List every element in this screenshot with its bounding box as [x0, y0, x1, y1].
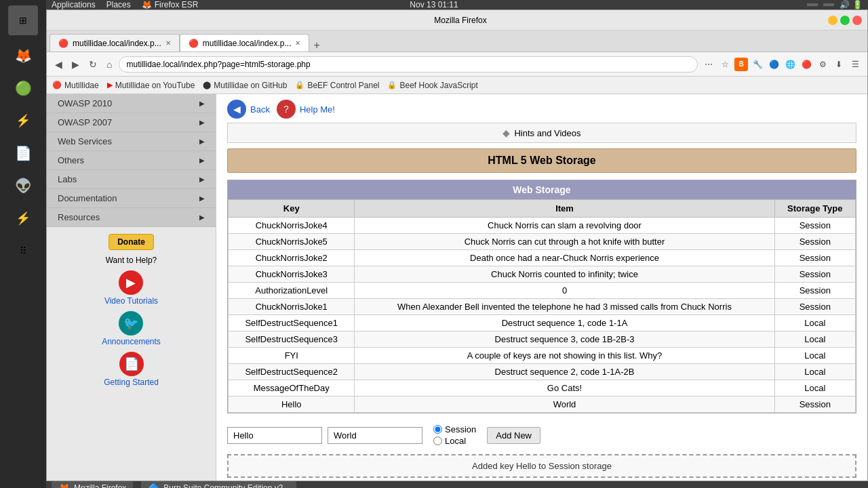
os-icon-alien[interactable]: 👽	[8, 171, 38, 201]
bookmark-favicon-4: 🔒	[295, 81, 304, 89]
maximize-button[interactable]	[840, 16, 850, 25]
cell-key: SelfDestructSequence1	[229, 315, 355, 331]
taskbar-firefox[interactable]: 🦊 Mozilla Firefox	[52, 481, 133, 488]
chevron-right-icon-7: ▶	[199, 214, 205, 221]
bookmarks-bar: 🔴 Mutillidae ▶ Mutillidae on YouTube ⬤ M…	[47, 77, 867, 94]
minimize-button[interactable]	[828, 16, 837, 25]
chevron-right-icon-3: ▶	[199, 138, 205, 145]
storage-table: Key Item Storage Type ChuckNorrisJoke4Ch…	[228, 199, 856, 413]
session-radio[interactable]	[433, 425, 442, 434]
add-value-input[interactable]	[328, 427, 422, 444]
os-window-btn-1[interactable]	[807, 3, 818, 6]
bookmark-mutillidae[interactable]: 🔴 Mutillidae	[52, 81, 99, 90]
top-buttons: ◀ Back ? Help Me!	[227, 100, 856, 119]
taskbar-firefox-icon: 🦊	[58, 483, 70, 488]
cell-type: Local	[774, 348, 855, 364]
os-icon-lightning2[interactable]: ⚡	[8, 203, 38, 233]
help-button[interactable]: ? Help Me!	[277, 100, 335, 119]
video-tutorials-link[interactable]: ▶ Video Tutorials	[104, 270, 158, 306]
bookmark-beefhook[interactable]: 🔒 Beef Hook JavaScript	[387, 81, 477, 90]
getting-started-link[interactable]: 📄 Getting Started	[104, 352, 159, 387]
os-icon-red[interactable]: 📄	[8, 138, 38, 168]
address-bar[interactable]	[119, 56, 698, 73]
os-icon-green[interactable]: 🟢	[8, 73, 38, 103]
add-new-button[interactable]: Add New	[487, 427, 540, 444]
cell-key: AuthorizationLevel	[229, 283, 355, 299]
bookmark-star-icon[interactable]: ☆	[718, 58, 732, 71]
table-row: ChuckNorrisJoke5Chuck Norris can cut thr…	[229, 234, 856, 250]
cell-type: Local	[774, 331, 855, 348]
cell-key: FYI	[229, 348, 355, 364]
download-icon[interactable]: ⬇	[832, 58, 846, 71]
burp-icon[interactable]: B	[734, 58, 748, 71]
os-icon-apps[interactable]: ⠿	[8, 236, 38, 266]
storage-table-wrapper: Web Storage Key Item Storage Type	[227, 180, 856, 413]
cell-item: Go Cats!	[355, 380, 774, 396]
cell-key: ChuckNorrisJoke3	[229, 266, 355, 283]
sidebar-item-resources[interactable]: Resources ▶	[47, 208, 216, 227]
extension-icon-1[interactable]: 🔧	[751, 58, 764, 71]
announcements-link[interactable]: 🐦 Announcements	[102, 311, 161, 346]
bookmark-github[interactable]: ⬤ Mutillidae on GitHub	[203, 81, 287, 90]
storage-table-title: Web Storage	[228, 180, 856, 199]
donate-button[interactable]: Donate	[108, 234, 154, 250]
tab-close-1[interactable]: ✕	[165, 39, 171, 47]
home-button[interactable]: ⌂	[104, 58, 115, 71]
table-row: MessageOfTheDayGo Cats!Local	[229, 380, 856, 396]
browser-content: OWASP 2010 ▶ OWASP 2007 ▶ Web Services ▶…	[47, 94, 867, 481]
os-icon-grid[interactable]: ⊞	[8, 5, 38, 35]
tab-close-2[interactable]: ✕	[295, 39, 300, 47]
os-menu-places[interactable]: Places	[106, 0, 131, 9]
cell-key: MessageOfTheDay	[229, 380, 355, 396]
reload-button[interactable]: ↻	[86, 58, 100, 71]
tab-1[interactable]: 🔴 mutillidae.local/index.p... ✕	[50, 34, 180, 52]
back-button[interactable]: ◀ Back	[227, 100, 270, 119]
os-window-btn-2[interactable]	[823, 3, 834, 6]
os-icon-lightning1[interactable]: ⚡	[8, 106, 38, 136]
add-key-input[interactable]	[227, 427, 322, 444]
hints-label: Hints and Videos	[514, 128, 580, 138]
settings-icon[interactable]: ⚙	[816, 58, 829, 71]
bookmark-beef[interactable]: 🔒 BeEF Control Panel	[295, 81, 379, 90]
tab-2[interactable]: 🔴 mutillidae.local/index.p... ✕	[180, 34, 310, 52]
table-row: ChuckNorrisJoke2Death once had a near-Ch…	[229, 250, 856, 266]
cell-type: Session	[774, 299, 855, 315]
os-topbar: Applications Places 🦊 Firefox ESR Nov 13…	[46, 0, 868, 9]
close-button[interactable]	[852, 16, 862, 25]
browser-tabs: 🔴 mutillidae.local/index.p... ✕ 🔴 mutill…	[47, 30, 867, 52]
os-menu-applications[interactable]: Applications	[52, 0, 96, 9]
column-header-type: Storage Type	[774, 200, 855, 218]
extension-icon-4[interactable]: 🔴	[800, 58, 813, 71]
more-tools-icon[interactable]: ⋯	[702, 58, 715, 71]
new-tab-button[interactable]: +	[309, 39, 323, 52]
session-radio-label[interactable]: Session	[433, 424, 476, 434]
hints-box[interactable]: ◆ Hints and Videos	[227, 123, 856, 143]
sidebar-item-owasp2007[interactable]: OWASP 2007 ▶	[47, 113, 216, 132]
extension-icon-3[interactable]: 🌐	[783, 58, 797, 71]
sidebar-item-webservices[interactable]: Web Services ▶	[47, 132, 216, 151]
bookmark-youtube[interactable]: ▶ Mutillidae on YouTube	[107, 81, 195, 90]
os-datetime: Nov 13 01:11	[410, 0, 458, 9]
table-row: SelfDestructSequence1Destruct sequence 1…	[229, 315, 856, 331]
cell-type: Local	[774, 364, 855, 380]
cell-key: ChuckNorrisJoke5	[229, 234, 355, 250]
extension-icon-2[interactable]: 🔵	[767, 58, 781, 71]
forward-nav-button[interactable]: ▶	[69, 58, 82, 71]
cell-item: When Alexander Bell invented the telepho…	[355, 299, 774, 315]
getting-started-icon: 📄	[119, 352, 144, 376]
sidebar-item-owasp2010[interactable]: OWASP 2010 ▶	[47, 94, 216, 113]
chevron-right-icon: ▶	[199, 100, 205, 107]
sidebar-item-others[interactable]: Others ▶	[47, 151, 216, 170]
menu-icon[interactable]: ☰	[848, 58, 862, 71]
local-radio-label[interactable]: Local	[433, 436, 476, 446]
table-row: SelfDestructSequence3Destruct sequence 3…	[229, 331, 856, 348]
sidebar-item-documentation[interactable]: Documentation ▶	[47, 189, 216, 208]
cell-key: ChuckNorrisJoke4	[229, 218, 355, 234]
taskbar-burp[interactable]: 🔷 Burp Suite Community Edition v2...	[141, 481, 296, 488]
table-row: HelloWorldSession	[229, 396, 856, 413]
sidebar-item-labs[interactable]: Labs ▶	[47, 170, 216, 189]
back-nav-button[interactable]: ◀	[52, 58, 65, 71]
local-radio[interactable]	[433, 436, 442, 445]
video-tutorials-icon: ▶	[119, 270, 143, 295]
os-icon-firefox[interactable]: 🦊	[8, 41, 38, 70]
